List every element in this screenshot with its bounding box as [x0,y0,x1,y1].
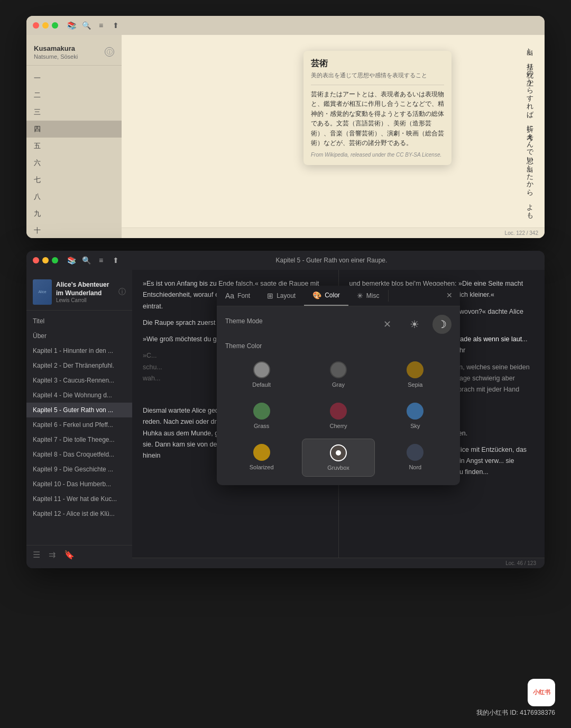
dark-sidebar-item-k7[interactable]: Kapitel 7 - Die tolle Theege... [26,432,132,447]
sidebar-item-8[interactable]: 八 [26,188,122,205]
search-icon-bottom[interactable]: 🔍 [81,256,91,265]
bottom-window: 📚 🔍 ≡ ⬆ Kapitel 5 - Guter Rath von einer… [26,251,545,568]
dark-sidebar-item-k10[interactable]: Kapitel 10 - Das Humberb... [26,477,132,492]
top-reading-footer: Loc. 122 / 342 [122,228,545,238]
bottom-book-author: Lewis Carroll [56,297,114,303]
popup-body: 芸術またはアートとは、表現者あるいは表現物と、鑑賞者が相互に作用し合うことなどで… [311,89,444,148]
tab-color[interactable]: 🎨 Color [304,286,348,306]
tab-layout[interactable]: ⊞ Layout [259,286,304,306]
dark-sidebar-item-k4[interactable]: Kapitel 4 - Die Wohnung d... [26,388,132,403]
sidebar-item-9[interactable]: 九 [26,205,122,222]
dark-sidebar-item-k2[interactable]: Kapitel 2 - Der Thränenpfuhl. [26,358,132,373]
sidebar-item-10[interactable]: 十 [26,222,122,238]
watermark: 小红书 我的小红书 ID: 4176938376 [476,679,555,717]
top-reading-content: 出し。括り枕の上からすれば、折に考えんで思い出したから、よもや化物で んで考え出… [122,35,545,228]
library-icon-bottom[interactable]: 📚 [67,256,76,265]
layout-tab-label: Layout [277,292,296,299]
sidebar-item-6[interactable]: 六 [26,154,122,171]
color-option-sky[interactable]: Sky [379,397,452,434]
dark-sidebar-item-k6[interactable]: Kapitel 6 - Ferkel und Pfeff... [26,417,132,432]
mode-dark-button[interactable]: ☽ [432,315,452,334]
sidebar-item-1[interactable]: 一 [26,70,122,87]
color-option-sepia[interactable]: Sepia [379,356,452,393]
dark-sidebar-item-k9[interactable]: Kapitel 9 - Die Geschichte ... [26,462,132,477]
mode-light-button[interactable]: ☀ [405,315,424,334]
menu-icon-top[interactable]: ≡ [96,21,106,30]
bottom-book-info: Alice Alice's Abenteuer im Wunderland Le… [26,274,132,311]
bottom-location-label: Loc. 46 / 123 [505,560,536,566]
tab-font[interactable]: Aa Font [217,286,259,306]
close-button-top[interactable] [33,22,39,29]
color-option-cherry[interactable]: Cherry [302,397,374,434]
dark-sidebar-item-k1[interactable]: Kapitel 1 - Hinunter in den ... [26,343,132,358]
popup-divider [311,85,444,85]
top-titlebar: 📚 🔍 ≡ ⬆ [26,16,545,35]
dark-bookmark-icon[interactable]: 🔖 [64,550,75,560]
color-option-grass[interactable]: Grass [225,397,298,434]
color-circle-sepia [407,361,423,378]
dark-sidebar-item-k3[interactable]: Kapitel 3 - Caucus-Rennen... [26,373,132,388]
color-tab-label: Color [325,292,340,299]
close-button-bottom[interactable] [33,257,39,263]
color-label-nord: Nord [409,464,421,470]
minimize-button-top[interactable] [42,22,49,29]
sidebar-item-5[interactable]: 五 [26,138,122,154]
bottom-book-title: Alice's Abenteuer im Wunderland [56,281,114,297]
color-option-default[interactable]: Default [225,356,298,393]
dark-bookmark-add-icon[interactable]: ⇉ [49,550,56,560]
tab-misc[interactable]: ✳ Misc [348,286,388,306]
layout-tab-icon: ⊞ [267,292,273,300]
dark-toc-icon[interactable]: ☰ [33,550,40,560]
color-circle-nord [407,444,423,461]
dark-sidebar-item-k11[interactable]: Kapitel 11 - Wer hat die Kuc... [26,492,132,506]
share-icon-bottom[interactable]: ⬆ [111,256,121,265]
color-option-solarized[interactable]: Solarized [225,439,298,477]
color-label-default: Default [252,381,271,388]
color-circle-default [253,361,270,378]
color-option-nord[interactable]: Nord [379,439,452,477]
theme-mode-row: Theme Mode ✕ ☀ ☽ [225,315,452,334]
dark-sidebar-item-titel[interactable]: Titel [26,314,132,329]
library-icon[interactable]: 📚 [67,21,76,30]
color-label-gruvbox: Gruvbox [327,465,349,471]
watermark-text: 我的小红书 ID: 4176938376 [476,708,555,717]
top-book-author: Natsume, Söseki [34,53,78,60]
bottom-titlebar-icons: 📚 🔍 ≡ ⬆ [67,256,121,265]
font-tab-icon: Aa [225,292,234,300]
sidebar-item-3[interactable]: 三 [26,104,122,121]
theme-popup-tabs: Aa Font ⊞ Layout 🎨 Color ✳ Misc [217,286,460,306]
theme-popup-body: Theme Mode ✕ ☀ ☽ Theme Color [217,306,460,485]
menu-icon-bottom[interactable]: ≡ [96,256,106,265]
sidebar-item-2[interactable]: 二 [26,87,122,104]
traffic-lights-bottom [33,257,58,263]
popup-subtitle: 美的表出を通じて思想や感情を表現すること [311,71,444,79]
color-option-gruvbox[interactable]: Gruvbox [302,439,374,477]
top-sidebar: Kusamakura Natsume, Söseki ⓘ 一 二 三 四 五 六… [26,35,122,238]
minimize-button-bottom[interactable] [42,257,49,263]
sidebar-item-4[interactable]: 四 [26,121,122,138]
dark-sidebar-item-k12[interactable]: Kapitel 12 - Alice ist die Klü... [26,506,132,521]
bottom-titlebar: 📚 🔍 ≡ ⬆ Kapitel 5 - Guter Rath von einer… [26,251,545,270]
color-option-gray[interactable]: Gray [302,356,374,393]
dark-sidebar-item-uber[interactable]: Über [26,329,132,343]
dark-sidebar-item-k5[interactable]: Kapitel 5 - Guter Rath von ... [26,403,132,417]
maximize-button-top[interactable] [52,22,58,29]
popup-close-button[interactable]: ✕ [439,286,460,306]
font-tab-label: Font [237,292,250,299]
search-icon-top[interactable]: 🔍 [81,21,91,30]
maximize-button-bottom[interactable] [52,257,58,263]
top-info-button[interactable]: ⓘ [105,47,114,57]
top-location-label: Loc. 122 / 342 [505,230,538,236]
color-circle-gruvbox [330,444,347,461]
mode-auto-button[interactable]: ✕ [377,315,397,334]
dark-sidebar-item-k8[interactable]: Kapitel 8 - Das Croquetfeld... [26,447,132,462]
bottom-info-button[interactable]: ⓘ [118,287,126,297]
top-reading-area: 出し。括り枕の上からすれば、折に考えんで思い出したから、よもや化物で んで考え出… [122,35,545,238]
sidebar-item-7[interactable]: 七 [26,171,122,188]
color-label-sepia: Sepia [408,381,422,388]
theme-color-popup: Aa Font ⊞ Layout 🎨 Color ✳ Misc [217,286,460,485]
color-label-cherry: Cherry [329,423,347,429]
bottom-sidebar-footer: ☰ ⇉ 🔖 [26,545,132,564]
share-icon-top[interactable]: ⬆ [111,21,121,30]
color-circle-gray [330,361,347,378]
